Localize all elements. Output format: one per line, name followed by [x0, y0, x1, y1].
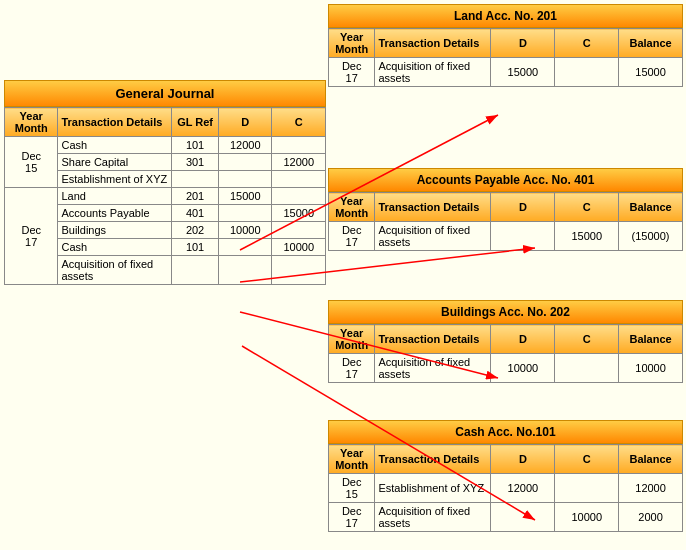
- details-cell: Acquisition of fixed assets: [375, 222, 491, 251]
- details-cell: Accounts Payable: [58, 205, 172, 222]
- balance-cell: (15000): [619, 222, 683, 251]
- c-cell: [272, 188, 326, 205]
- c-cell: 10000: [555, 503, 619, 532]
- glref-cell: 202: [172, 222, 219, 239]
- year-month-cell: Dec17: [5, 188, 58, 285]
- buildings-account-table: YearMonth Transaction Details D C Balanc…: [328, 324, 683, 383]
- c-cell: 15000: [272, 205, 326, 222]
- c-cell: [555, 354, 619, 383]
- buildings-header-balance: Balance: [619, 325, 683, 354]
- cash-header-details: Transaction Details: [375, 445, 491, 474]
- c-cell: 12000: [272, 154, 326, 171]
- glref-cell: 101: [172, 239, 219, 256]
- glref-cell: 401: [172, 205, 219, 222]
- general-journal-table: YearMonth Transaction Details GL Ref D C…: [4, 107, 326, 285]
- cash-header-d: D: [491, 445, 555, 474]
- balance-cell: 15000: [619, 58, 683, 87]
- c-cell: [272, 171, 326, 188]
- details-cell: Buildings: [58, 222, 172, 239]
- d-cell: 12000: [218, 137, 272, 154]
- c-cell: [555, 474, 619, 503]
- land-account-title: Land Acc. No. 201: [328, 4, 683, 28]
- glref-cell: 301: [172, 154, 219, 171]
- d-cell: [491, 222, 555, 251]
- gj-header-year: YearMonth: [5, 108, 58, 137]
- cash-header-c: C: [555, 445, 619, 474]
- d-cell: [218, 154, 272, 171]
- buildings-header-details: Transaction Details: [375, 325, 491, 354]
- details-cell: Acquisition of fixed assets: [58, 256, 172, 285]
- land-header-details: Transaction Details: [375, 29, 491, 58]
- c-cell: 10000: [272, 239, 326, 256]
- details-cell: Acquisition of fixed assets: [375, 58, 491, 87]
- glref-cell: 201: [172, 188, 219, 205]
- table-row: Dec15 Establishment of XYZ 12000 12000: [329, 474, 683, 503]
- d-cell: [218, 171, 272, 188]
- details-cell: Establishment of XYZ: [375, 474, 491, 503]
- details-cell: Cash: [58, 239, 172, 256]
- c-cell: [555, 58, 619, 87]
- table-row: Dec17 Land 201 15000: [5, 188, 326, 205]
- accounts-payable-account: Accounts Payable Acc. No. 401 YearMonth …: [328, 168, 683, 251]
- balance-cell: 12000: [619, 474, 683, 503]
- c-cell: [272, 137, 326, 154]
- land-account-table: YearMonth Transaction Details D C Balanc…: [328, 28, 683, 87]
- table-row: Dec17 Acquisition of fixed assets 15000 …: [329, 58, 683, 87]
- gj-header-c: C: [272, 108, 326, 137]
- d-cell: 10000: [491, 354, 555, 383]
- land-header-c: C: [555, 29, 619, 58]
- c-cell: [272, 256, 326, 285]
- ap-header-balance: Balance: [619, 193, 683, 222]
- glref-cell: [172, 256, 219, 285]
- cash-account-title: Cash Acc. No.101: [328, 420, 683, 444]
- land-header-year: YearMonth: [329, 29, 375, 58]
- ap-header-year: YearMonth: [329, 193, 375, 222]
- buildings-header-d: D: [491, 325, 555, 354]
- cash-account-table: YearMonth Transaction Details D C Balanc…: [328, 444, 683, 532]
- cash-header-balance: Balance: [619, 445, 683, 474]
- year-month-cell: Dec17: [329, 58, 375, 87]
- ap-account-title: Accounts Payable Acc. No. 401: [328, 168, 683, 192]
- d-cell: 12000: [491, 474, 555, 503]
- ap-header-c: C: [555, 193, 619, 222]
- table-row: Dec15 Cash 101 12000: [5, 137, 326, 154]
- details-cell: Acquisition of fixed assets: [375, 354, 491, 383]
- cash-account: Cash Acc. No.101 YearMonth Transaction D…: [328, 420, 683, 532]
- buildings-header-c: C: [555, 325, 619, 354]
- details-cell: Land: [58, 188, 172, 205]
- cash-header-year: YearMonth: [329, 445, 375, 474]
- c-cell: 15000: [555, 222, 619, 251]
- year-month-cell: Dec17: [329, 354, 375, 383]
- table-row: Dec17 Acquisition of fixed assets 15000 …: [329, 222, 683, 251]
- land-account: Land Acc. No. 201 YearMonth Transaction …: [328, 4, 683, 87]
- glref-cell: [172, 171, 219, 188]
- gj-header-glref: GL Ref: [172, 108, 219, 137]
- buildings-header-year: YearMonth: [329, 325, 375, 354]
- c-cell: [272, 222, 326, 239]
- table-row: Dec17 Acquisition of fixed assets 10000 …: [329, 503, 683, 532]
- year-month-cell: Dec15: [329, 474, 375, 503]
- d-cell: 10000: [218, 222, 272, 239]
- general-journal-title: General Journal: [4, 80, 326, 107]
- ap-account-table: YearMonth Transaction Details D C Balanc…: [328, 192, 683, 251]
- d-cell: [218, 205, 272, 222]
- d-cell: [491, 503, 555, 532]
- details-cell: Share Capital: [58, 154, 172, 171]
- year-month-cell: Dec15: [5, 137, 58, 188]
- details-cell: Acquisition of fixed assets: [375, 503, 491, 532]
- year-month-cell: Dec17: [329, 222, 375, 251]
- general-journal: General Journal YearMonth Transaction De…: [4, 80, 326, 285]
- buildings-account: Buildings Acc. No. 202 YearMonth Transac…: [328, 300, 683, 383]
- year-month-cell: Dec17: [329, 503, 375, 532]
- gj-header-d: D: [218, 108, 272, 137]
- buildings-account-title: Buildings Acc. No. 202: [328, 300, 683, 324]
- ap-header-d: D: [491, 193, 555, 222]
- d-cell: [218, 256, 272, 285]
- table-row: Dec17 Acquisition of fixed assets 10000 …: [329, 354, 683, 383]
- gj-header-details: Transaction Details: [58, 108, 172, 137]
- balance-cell: 10000: [619, 354, 683, 383]
- d-cell: 15000: [218, 188, 272, 205]
- ap-header-details: Transaction Details: [375, 193, 491, 222]
- land-header-d: D: [491, 29, 555, 58]
- glref-cell: 101: [172, 137, 219, 154]
